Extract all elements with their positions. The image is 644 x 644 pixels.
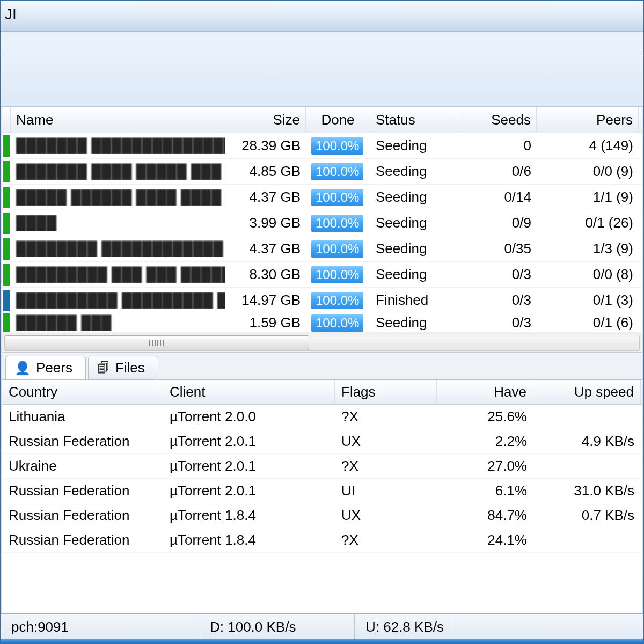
col-size[interactable]: Size [225, 107, 306, 133]
tab-files[interactable]: 🗐 Files [88, 356, 158, 379]
torrent-progress: 100.0% [311, 314, 363, 332]
peer-client: µTorrent 2.0.1 [163, 433, 335, 450]
torrent-status: Seeding [370, 314, 456, 331]
peer-flags: UX [335, 433, 437, 450]
peer-client: µTorrent 2.0.1 [163, 482, 335, 499]
torrent-progress: 100.0% [311, 163, 363, 180]
peer-row[interactable]: Russian FederationµTorrent 2.0.1UX2.2%4.… [2, 429, 642, 454]
status-icon [2, 290, 11, 311]
torrent-seeds: 0/3 [462, 266, 531, 283]
torrent-peers: 1/3 (9) [542, 240, 633, 257]
toolbar[interactable] [1, 53, 643, 107]
col-seeds[interactable]: Seeds [456, 107, 537, 133]
torrent-status: Seeding [370, 137, 456, 154]
torrent-size: 8.30 GB [231, 266, 301, 283]
peer-client: µTorrent 2.0.0 [163, 408, 335, 425]
peers-header-row: Country Client Flags Have Up speed [2, 380, 642, 405]
torrent-header-row: Name Size Done Status Seeds Peers [2, 107, 642, 133]
torrent-status: Seeding [370, 163, 456, 180]
titlebar[interactable]: JI [1, 1, 643, 32]
person-icon: 👤 [14, 361, 31, 376]
torrent-row[interactable]: █████████ ███ ███ ██████ █8.30 GB100.0%S… [2, 262, 642, 288]
torrent-peers: 0/1 (26) [542, 215, 633, 231]
peer-flags: ?X [335, 458, 437, 474]
peer-flags: ?X [335, 532, 437, 548]
status-icon [2, 264, 11, 286]
torrent-row[interactable]: ████████ ████████████ ███…4.37 GB100.0%S… [2, 236, 642, 262]
torrent-row[interactable]: ████3.99 GB100.0%Seeding0/90/1 (26) [2, 210, 642, 236]
torrent-peers: 0/1 (3) [542, 292, 633, 309]
torrent-size: 28.39 GB [231, 137, 301, 154]
torrent-list: Name Size Done Status Seeds Peers ██████… [2, 107, 642, 352]
torrent-peers: 1/1 (9) [542, 189, 633, 206]
peer-row[interactable]: Russian FederationµTorrent 2.0.1UI6.1%31… [2, 479, 642, 503]
peer-upspeed: 4.9 KB/s [533, 433, 641, 450]
torrent-size: 3.99 GB [231, 215, 301, 231]
pcol-have[interactable]: Have [437, 380, 533, 404]
window-title: JI [5, 6, 17, 23]
files-icon: 🗐 [97, 361, 110, 376]
torrent-seeds: 0/14 [462, 189, 531, 206]
tab-peers[interactable]: 👤 Peers [5, 356, 86, 379]
torrent-progress: 100.0% [311, 292, 363, 309]
status-icon [2, 187, 11, 208]
torrent-row[interactable]: ██████ ███1.59 GB100.0%Seeding0/30/1 (6) [2, 313, 642, 333]
peer-upspeed: 31.0 KB/s [533, 482, 641, 499]
col-name[interactable]: Name [11, 107, 225, 133]
peer-row[interactable]: LithuaniaµTorrent 2.0.0?X25.6% [2, 405, 642, 429]
torrent-size: 4.85 GB [231, 163, 301, 180]
status-icon [2, 213, 11, 234]
torrent-status: Seeding [370, 266, 456, 283]
col-done[interactable]: Done [306, 107, 370, 133]
torrent-row[interactable]: ███████ ██████████████ █…28.39 GB100.0%S… [2, 133, 642, 159]
peer-flags: UX [335, 507, 437, 524]
peer-have: 84.7% [437, 507, 533, 524]
peer-country: Lithuania [2, 408, 163, 425]
pcol-up[interactable]: Up speed [533, 380, 641, 404]
torrent-progress: 100.0% [311, 240, 363, 258]
torrent-peers: 4 (149) [542, 137, 633, 154]
col-peers[interactable]: Peers [537, 107, 639, 133]
scroll-thumb[interactable] [5, 335, 309, 350]
torrent-row[interactable]: █████ ██████ ████ ████ █…4.37 GB100.0%Se… [2, 185, 642, 210]
tab-files-label: Files [115, 360, 145, 376]
torrent-peers: 0/1 (6) [542, 314, 633, 331]
peer-have: 27.0% [437, 458, 533, 474]
torrent-progress: 100.0% [311, 266, 363, 283]
torrent-name: ██████████ █████████ ████ [16, 292, 225, 308]
content-area: Name Size Done Status Seeds Peers ██████… [2, 107, 642, 613]
menubar[interactable] [1, 32, 643, 53]
torrent-seeds: 0/9 [462, 215, 531, 231]
torrent-peers: 0/0 (8) [542, 266, 633, 283]
peer-country: Russian Federation [2, 532, 163, 548]
peer-flags: ?X [335, 408, 437, 425]
peer-row[interactable]: Russian FederationµTorrent 1.8.4?X24.1% [2, 528, 642, 553]
peer-country: Russian Federation [2, 433, 163, 450]
status-down: D: 100.0 KB/s [199, 614, 355, 639]
torrent-row[interactable]: ██████████ █████████ ████14.97 GB100.0%F… [2, 288, 642, 313]
peer-country: Russian Federation [2, 507, 163, 524]
status-up: U: 62.8 KB/s [355, 614, 455, 639]
torrent-row[interactable]: ███████ ████ █████ ███ ███…4.85 GB100.0%… [2, 159, 642, 185]
torrent-name: █████████ ███ ███ ██████ █ [16, 266, 225, 282]
horizontal-scrollbar[interactable] [2, 333, 642, 352]
peer-have: 6.1% [437, 482, 533, 499]
torrent-peers: 0/0 (9) [542, 163, 633, 180]
peer-have: 24.1% [437, 532, 533, 548]
peer-row[interactable]: Russian FederationµTorrent 1.8.4UX84.7%0… [2, 503, 642, 528]
torrent-seeds: 0/3 [462, 314, 531, 331]
pcol-client[interactable]: Client [163, 380, 335, 404]
torrent-size: 14.97 GB [231, 292, 301, 309]
torrent-progress: 100.0% [311, 215, 363, 232]
torrent-progress: 100.0% [311, 189, 363, 206]
col-status[interactable]: Status [370, 107, 456, 133]
peer-client: µTorrent 1.8.4 [163, 507, 335, 524]
status-icon [2, 161, 11, 182]
torrent-seeds: 0/3 [462, 292, 531, 309]
torrent-status: Finished [370, 292, 456, 309]
peer-client: µTorrent 2.0.1 [163, 458, 335, 474]
peer-have: 25.6% [437, 408, 533, 425]
pcol-flags[interactable]: Flags [335, 380, 437, 404]
peer-row[interactable]: UkraineµTorrent 2.0.1?X27.0% [2, 454, 642, 479]
pcol-country[interactable]: Country [2, 380, 163, 404]
